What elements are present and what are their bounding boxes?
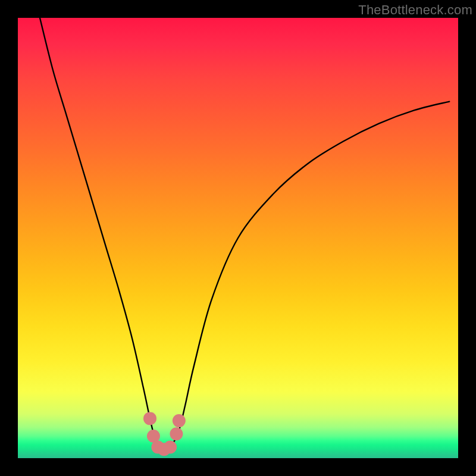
curve-markers: [143, 412, 186, 456]
marker-bottom-r: [164, 441, 177, 454]
marker-left-top: [143, 412, 156, 425]
chart-frame: TheBottleneck.com: [0, 0, 476, 476]
bottleneck-curve: [40, 18, 449, 450]
marker-right-mid: [170, 427, 183, 440]
curve-svg: [18, 18, 458, 458]
marker-right-top: [173, 414, 186, 427]
plot-area: [18, 18, 458, 458]
watermark-text: TheBottleneck.com: [358, 2, 472, 18]
